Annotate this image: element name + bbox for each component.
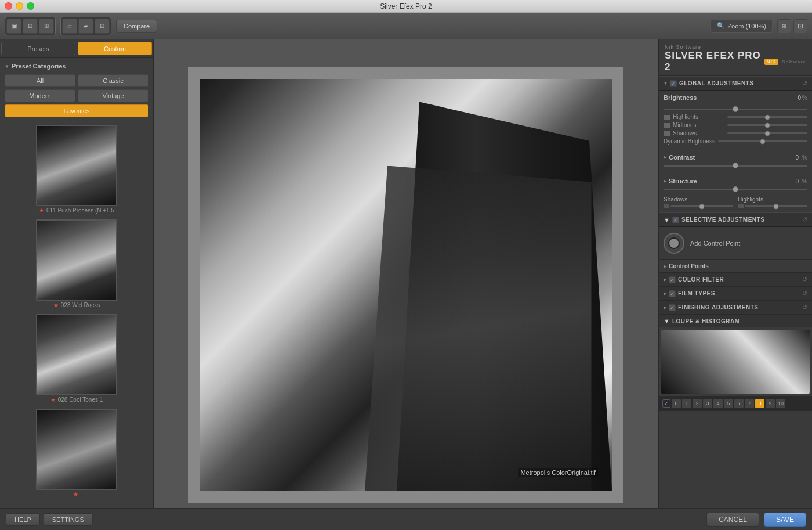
- finishing-adj-checkbox[interactable]: ✓: [669, 304, 676, 311]
- view-mode-group: ▣ ⊟ ⊞: [5, 17, 56, 35]
- selective-adjustments-header[interactable]: ▼ ✓ SELECTIVE ADJUSTMENTS ↺: [659, 212, 812, 227]
- film-types-reset-icon[interactable]: ↺: [802, 290, 807, 297]
- history-3[interactable]: 3: [703, 399, 712, 408]
- history-7[interactable]: 7: [745, 399, 754, 408]
- finishing-adj-reset-icon[interactable]: ↺: [802, 304, 807, 311]
- structure-header[interactable]: ▶ Structure 0 %: [664, 178, 807, 185]
- category-buttons: All Classic Modern Vintage Favorites: [5, 72, 148, 120]
- history-4[interactable]: 4: [713, 399, 723, 408]
- cat-favorites-button[interactable]: Favorites: [5, 104, 148, 117]
- color-filter-reset-icon[interactable]: ↺: [802, 276, 807, 283]
- global-adjustments-header[interactable]: ▼ ✓ GLOBAL ADJUSTMENTS ↺: [659, 76, 812, 91]
- structure-thumb[interactable]: [733, 186, 738, 192]
- preset-thumb-1: [36, 125, 117, 206]
- history-8-active[interactable]: 8: [755, 399, 764, 408]
- film-types-header[interactable]: ▶ ✓ FILM TYPES ↺: [659, 287, 812, 300]
- control-points-section[interactable]: ▶ Control Points: [659, 260, 812, 273]
- filename-label: Metropolis ColorOriginal.tif: [518, 468, 598, 477]
- cat-classic-button[interactable]: Classic: [78, 74, 148, 87]
- nik-badge: NIK: [764, 59, 778, 65]
- finishing-adj-header[interactable]: ▶ ✓ FINISHING ADJUSTMENTS ↺: [659, 301, 812, 314]
- brightness-slider[interactable]: [664, 104, 807, 114]
- window-title: Silver Efex Pro 2: [380, 2, 432, 10]
- brightness-label: Brightness: [664, 94, 798, 101]
- color-filter-title: COLOR FILTER: [678, 276, 800, 283]
- color-filter-header[interactable]: ▶ ✓ COLOR FILTER ↺: [659, 273, 812, 286]
- layout-group: ▱ ▰ ⊟: [60, 17, 111, 35]
- selective-adj-checkbox[interactable]: ✓: [672, 217, 679, 223]
- global-adj-reset-icon[interactable]: ↺: [802, 80, 807, 87]
- shadows-slider[interactable]: [727, 132, 807, 134]
- fullscreen-button[interactable]: [27, 2, 34, 10]
- save-button[interactable]: SAVE: [764, 513, 806, 527]
- canvas-area[interactable]: Metropolis ColorOriginal.tif: [154, 39, 658, 530]
- history-10[interactable]: 10: [776, 399, 785, 408]
- layout2-icon[interactable]: ▰: [78, 19, 93, 34]
- color-filter-checkbox[interactable]: ✓: [669, 276, 676, 283]
- histogram-icon[interactable]: ⊡: [793, 19, 807, 33]
- structure-shadows-thumb[interactable]: [699, 204, 705, 209]
- highlights-slider[interactable]: [727, 116, 807, 118]
- loupe-header[interactable]: ▼ LOUPE & HISTOGRAM: [659, 315, 812, 327]
- layout1-icon[interactable]: ▱: [62, 19, 77, 34]
- highlights-thumb[interactable]: [765, 114, 770, 120]
- list-item[interactable]: ★: [2, 409, 151, 499]
- color-filter-section: ▶ ✓ COLOR FILTER ↺: [659, 273, 812, 287]
- section-expand-icon: ▼: [664, 81, 668, 85]
- list-item[interactable]: ★ 023 Wet Rocks: [2, 219, 151, 309]
- film-types-section: ▶ ✓ FILM TYPES ↺: [659, 287, 812, 301]
- main-layout: Presets Custom ▼ Preset Categories All C…: [0, 39, 812, 530]
- split-view-icon[interactable]: ⊟: [23, 19, 38, 34]
- cancel-button[interactable]: CANCEL: [706, 513, 759, 527]
- brightness-value: 0: [798, 95, 802, 101]
- selective-adj-reset-icon[interactable]: ↺: [802, 216, 807, 223]
- midtones-thumb[interactable]: [765, 122, 770, 128]
- midtones-slider[interactable]: [727, 124, 807, 126]
- list-item[interactable]: ★ 028 Cool Tones 1: [2, 314, 151, 404]
- history-6[interactable]: 6: [734, 399, 744, 408]
- contrast-header[interactable]: ▶ Contrast 0 %: [664, 154, 807, 161]
- history-checkbox[interactable]: ✓: [662, 399, 670, 408]
- cat-modern-button[interactable]: Modern: [5, 89, 75, 102]
- history-5[interactable]: 5: [724, 399, 733, 408]
- brightness-thumb[interactable]: [733, 106, 738, 112]
- history-bar: ✓ 0 1 2 3 4 5 6 7 8 9 10: [659, 396, 812, 410]
- presets-tab[interactable]: Presets: [1, 42, 75, 55]
- list-item[interactable]: ★ 011 Push Process (N +1.5: [2, 125, 151, 215]
- film-types-expand-icon: ▶: [664, 291, 666, 296]
- history-9[interactable]: 9: [766, 399, 775, 408]
- nik-header: Nik Software SILVER EFEX PRO 2 NIK Softw…: [659, 39, 812, 76]
- history-1[interactable]: 1: [682, 399, 691, 408]
- structure-highlights-slider[interactable]: [738, 204, 807, 208]
- help-button[interactable]: HELP: [6, 513, 40, 526]
- close-button[interactable]: [5, 2, 12, 10]
- cat-all-button[interactable]: All: [5, 74, 75, 87]
- cat-vintage-button[interactable]: Vintage: [78, 89, 148, 102]
- layout3-icon[interactable]: ⊟: [95, 19, 110, 34]
- custom-tab[interactable]: Custom: [78, 42, 152, 55]
- film-types-checkbox[interactable]: ✓: [669, 290, 676, 297]
- shadows-thumb[interactable]: [765, 131, 770, 136]
- zoom-label: Zoom (100%): [727, 23, 766, 30]
- dynamic-brightness-slider[interactable]: [718, 140, 807, 142]
- contrast-thumb[interactable]: [733, 163, 738, 168]
- preset-categories-header[interactable]: ▼ Preset Categories: [5, 60, 148, 72]
- zoom-display[interactable]: 🔍 Zoom (100%): [710, 19, 773, 33]
- loupe-icon[interactable]: ⊕: [777, 19, 791, 33]
- dual-view-icon[interactable]: ⊞: [39, 19, 54, 34]
- settings-button[interactable]: SETTINGS: [44, 513, 93, 526]
- zoom-icon: 🔍: [717, 22, 725, 30]
- single-view-icon[interactable]: ▣: [6, 19, 21, 34]
- contrast-slider[interactable]: [664, 161, 807, 170]
- add-control-point-button[interactable]: [664, 233, 684, 254]
- dynamic-brightness-thumb[interactable]: [760, 139, 766, 144]
- structure-highlights-label: Highlights: [738, 196, 807, 203]
- structure-slider[interactable]: [664, 185, 807, 194]
- history-2[interactable]: 2: [693, 399, 702, 408]
- compare-button[interactable]: Compare: [116, 20, 157, 33]
- structure-highlights-thumb[interactable]: [774, 204, 779, 209]
- minimize-button[interactable]: [16, 2, 23, 10]
- history-0[interactable]: 0: [672, 399, 681, 408]
- structure-shadows-slider[interactable]: [664, 204, 733, 208]
- global-adj-checkbox[interactable]: ✓: [670, 80, 677, 87]
